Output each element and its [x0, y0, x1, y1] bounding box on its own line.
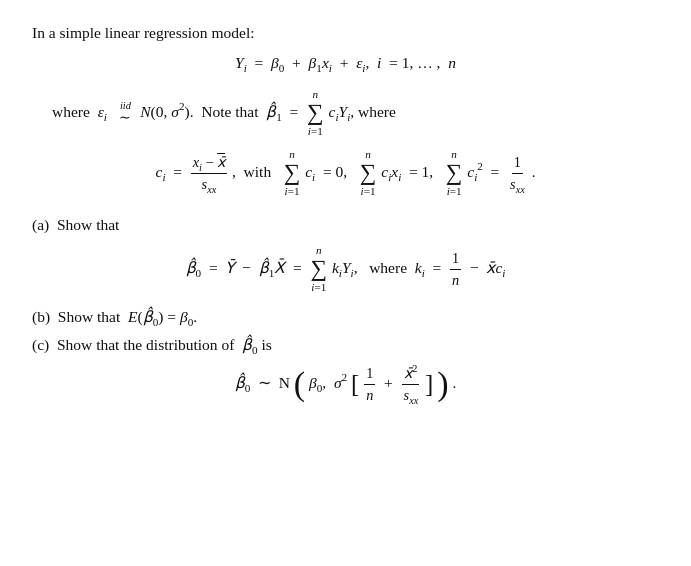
where-line: where εi iid ∼ N(0, σ2). Note that β̂1 =… [32, 88, 659, 138]
main-equation: Yi = β0 + β1xi + εi, i = 1, … , n [32, 54, 659, 72]
part-a-equation: β̂0 = Ȳ − β̂1X̄ = n ∑ i=1 kiYi, where ki… [32, 244, 659, 294]
part-c-label: (c) [32, 336, 49, 353]
part-a-label: (a) [32, 216, 49, 233]
page: In a simple linear regression model: Yi … [32, 24, 659, 404]
intro-text: In a simple linear regression model: [32, 24, 659, 42]
part-b-label: (b) [32, 308, 50, 325]
part-a: (a) Show that [32, 216, 659, 234]
part-a-text: Show that [57, 216, 119, 233]
part-c: (c) Show that the distribution of β̂0 is [32, 336, 659, 354]
part-b: (b) Show that E(β̂0) = β0. [32, 308, 659, 326]
part-c-text: Show that the distribution of β̂0 is [57, 336, 272, 353]
ci-equation: ci = xi − x̄ sxx , with n ∑ i=1 ci = 0, … [32, 148, 659, 198]
part-c-equation: β̂0 ∼ N ( β0, σ2 [ 1 n + x̄2 sxx ] ) . [32, 364, 659, 404]
part-b-text: Show that E(β̂0) = β0. [58, 308, 197, 325]
